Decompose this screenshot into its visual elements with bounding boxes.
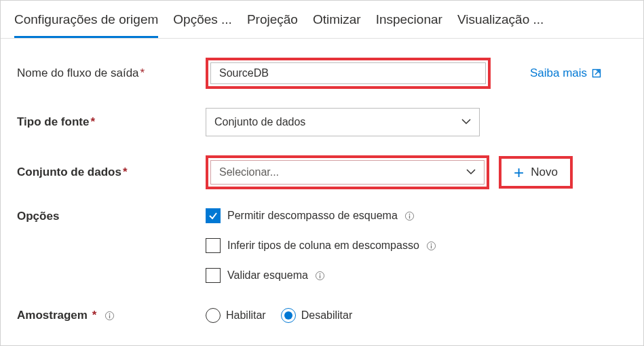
label-output-stream: Nome do fluxo de saída* <box>17 66 206 80</box>
label-dataset: Conjunto de dados* <box>17 166 206 179</box>
svg-point-8 <box>320 273 321 274</box>
chevron-down-icon <box>461 117 471 127</box>
highlight-dataset: Selecionar... <box>206 155 489 189</box>
row-output-stream: Nome do fluxo de saída* Saiba mais <box>17 58 630 89</box>
label-output-stream-text: Nome do fluxo de saída <box>17 66 139 79</box>
field-sampling: Habilitar Desabilitar <box>206 308 352 323</box>
required-marker: * <box>140 66 145 79</box>
field-output-stream: Saiba mais <box>206 58 602 89</box>
field-source-type: Conjunto de dados <box>206 108 480 136</box>
label-sampling-text: Amostragem <box>17 309 88 322</box>
output-stream-input[interactable] <box>210 62 486 84</box>
tab-bar: Configurações de origem Opções ... Proje… <box>1 1 643 39</box>
form-body: Nome do fluxo de saída* Saiba mais <box>1 39 643 343</box>
radio-disable[interactable] <box>281 308 296 323</box>
external-link-icon <box>591 68 602 79</box>
svg-rect-3 <box>409 215 410 218</box>
label-options-text: Opções <box>17 210 59 223</box>
option-allow-schema-drift-label: Permitir descompasso de esquema <box>227 210 398 222</box>
required-marker: * <box>123 166 128 178</box>
new-dataset-button[interactable]: + Novo <box>514 164 558 181</box>
field-dataset: Selecionar... + Novo <box>206 155 573 189</box>
label-options: Opções <box>17 208 206 223</box>
highlight-output-stream <box>206 58 491 89</box>
label-source-type-text: Tipo de fonte <box>17 115 89 128</box>
source-type-select[interactable]: Conjunto de dados <box>206 108 480 136</box>
row-options: Opções Permitir descompasso de esquema I… <box>17 208 630 283</box>
radio-enable[interactable] <box>206 308 221 323</box>
info-icon[interactable] <box>315 270 326 281</box>
learn-more-text: Saiba mais <box>530 66 587 80</box>
sampling-disable[interactable]: Desabilitar <box>281 308 353 323</box>
svg-rect-12 <box>109 315 109 319</box>
tab-source-settings[interactable]: Configurações de origem <box>14 1 158 38</box>
tab-optimize[interactable]: Otimizar <box>313 1 361 38</box>
label-dataset-text: Conjunto de dados <box>17 166 121 178</box>
sampling-disable-label: Desabilitar <box>301 309 353 322</box>
new-button-text: Novo <box>531 166 558 179</box>
checkbox-validate-schema[interactable] <box>206 268 221 283</box>
label-sampling: Amostragem * <box>17 309 206 322</box>
svg-point-5 <box>431 243 432 244</box>
tab-inspect[interactable]: Inspecionar <box>376 1 442 38</box>
info-icon[interactable] <box>404 210 415 221</box>
chevron-down-icon <box>466 168 476 177</box>
svg-point-11 <box>109 313 110 315</box>
svg-point-2 <box>409 213 411 214</box>
dataset-placeholder: Selecionar... <box>219 166 279 178</box>
learn-more-link[interactable]: Saiba mais <box>530 66 602 80</box>
row-dataset: Conjunto de dados* Selecionar... + Novo <box>17 155 630 189</box>
checkbox-infer-drifted-types[interactable] <box>206 238 221 253</box>
checkbox-allow-schema-drift[interactable] <box>206 208 221 223</box>
tab-options[interactable]: Opções ... <box>173 1 232 38</box>
sampling-enable[interactable]: Habilitar <box>206 308 266 323</box>
label-source-type: Tipo de fonte* <box>17 115 206 129</box>
option-validate-schema-label: Validar esquema <box>227 269 308 282</box>
dataset-select[interactable]: Selecionar... <box>210 160 485 185</box>
required-marker: * <box>90 115 95 128</box>
tab-projection[interactable]: Projeção <box>247 1 298 38</box>
option-validate-schema[interactable]: Validar esquema <box>206 268 437 283</box>
svg-rect-6 <box>431 245 432 248</box>
required-marker: * <box>89 309 96 322</box>
highlight-new-button: + Novo <box>499 156 573 189</box>
svg-rect-9 <box>320 275 320 278</box>
tab-preview[interactable]: Visualização ... <box>457 1 544 38</box>
info-icon[interactable] <box>426 240 437 251</box>
option-infer-drifted-types[interactable]: Inferir tipos de coluna em descompasso <box>206 238 437 253</box>
info-icon[interactable] <box>104 311 115 322</box>
sampling-enable-label: Habilitar <box>226 309 266 322</box>
option-allow-schema-drift[interactable]: Permitir descompasso de esquema <box>206 208 437 223</box>
option-infer-drifted-types-label: Inferir tipos de coluna em descompasso <box>227 239 419 252</box>
source-type-value: Conjunto de dados <box>214 116 305 128</box>
row-source-type: Tipo de fonte* Conjunto de dados <box>17 108 630 136</box>
plus-icon: + <box>514 164 524 181</box>
field-options: Permitir descompasso de esquema Inferir … <box>206 208 437 283</box>
row-sampling: Amostragem * Habilitar Desabilitar <box>17 302 630 329</box>
